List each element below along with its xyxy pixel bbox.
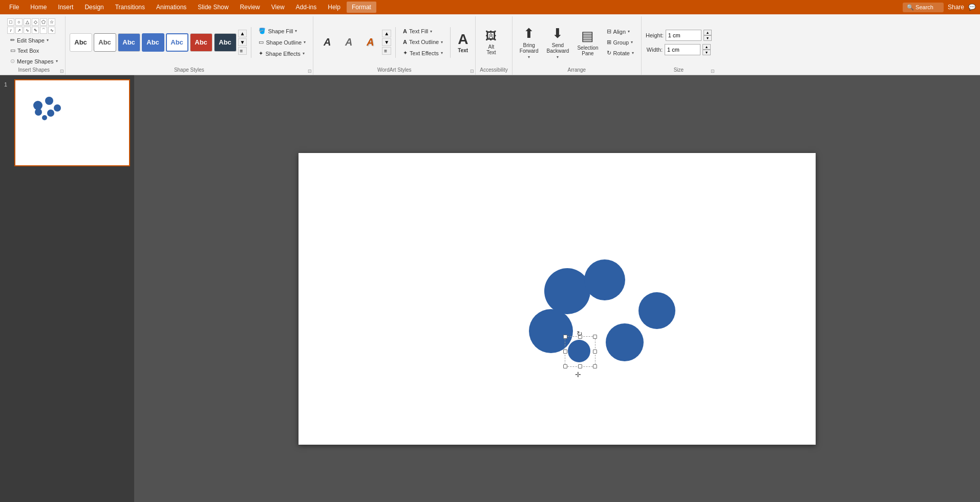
text-fill-button[interactable]: A Text Fill ▾ (400, 27, 446, 36)
size-expand[interactable]: ⊡ (711, 69, 715, 74)
shape-tool-1[interactable]: □ (7, 18, 14, 26)
handle-bl[interactable] (563, 364, 567, 368)
shape-tool-9[interactable]: ∿ (24, 27, 31, 34)
bring-forward-button[interactable]: ⬆ BringForward ▾ (517, 24, 542, 61)
group-button[interactable]: ⊞ Group ▾ (604, 37, 637, 47)
handle-tr[interactable] (593, 335, 597, 339)
shape-tool-3[interactable]: △ (24, 18, 31, 26)
shape-tool-5[interactable]: ⬠ (40, 18, 47, 26)
wordart-expand[interactable]: ⊡ (470, 69, 474, 74)
shape-style-6[interactable]: Abc (190, 33, 212, 52)
align-button[interactable]: ⊟ Align ▾ (604, 27, 637, 36)
menu-home[interactable]: Home (25, 2, 52, 13)
shape-fill-button[interactable]: 🪣 Shape Fill ▾ (255, 26, 309, 36)
menu-view[interactable]: View (266, 2, 290, 13)
menu-file[interactable]: File (4, 2, 24, 13)
menu-format[interactable]: Format (347, 2, 376, 13)
shape-outline-button[interactable]: ▭ Shape Outline ▾ (255, 37, 309, 47)
shape-style-1[interactable]: Abc (70, 33, 92, 52)
menu-animations[interactable]: Animations (151, 2, 191, 13)
shape-styles-more[interactable]: ≡ (238, 47, 247, 55)
shape-styles-label: Shape Styles (70, 66, 309, 74)
text-effects-button[interactable]: ✦ Text Effects ▾ (400, 48, 446, 58)
height-down[interactable]: ▼ (704, 35, 712, 41)
thumb-circle-6 (42, 115, 47, 120)
text-large-btn: A Text (455, 30, 471, 54)
shape-outline-dropdown-icon: ▾ (304, 40, 306, 45)
selection-pane-button[interactable]: ▤ SelectionPane (574, 27, 601, 58)
send-backward-button[interactable]: ⬇ SendBackward ▾ (544, 24, 572, 61)
alt-text-button[interactable]: 🖼 AltText (480, 28, 502, 57)
text-fill-icon: A (403, 28, 407, 34)
text-outline-icon: A (403, 39, 407, 45)
merge-shapes-button[interactable]: ⊙ Merge Shapes ▾ (7, 56, 61, 66)
text-outline-button[interactable]: A Text Outline ▾ (400, 37, 446, 47)
shape-styles-up[interactable]: ▲ (238, 30, 247, 37)
thumb-circle-5 (47, 110, 54, 117)
text-box-button[interactable]: ▭ Text Box (7, 46, 52, 55)
menu-help[interactable]: Help (323, 2, 346, 13)
shape-styles-down[interactable]: ▼ (238, 38, 247, 46)
height-up[interactable]: ▲ (704, 30, 712, 35)
height-input[interactable] (666, 30, 701, 41)
menu-insert[interactable]: Insert (53, 2, 78, 13)
shape-tool-8[interactable]: ↗ (15, 27, 23, 34)
wordart-nav: ▲ ▼ ≡ (382, 30, 391, 55)
wordart-a1[interactable]: A (317, 33, 337, 52)
wordart-a2[interactable]: A (339, 33, 358, 52)
wordart-more[interactable]: ≡ (382, 47, 391, 55)
slide-circle-4[interactable] (529, 309, 573, 353)
slide-circle-5[interactable] (606, 323, 644, 361)
shape-tool-11[interactable]: ⌒ (40, 27, 47, 34)
menu-slideshow[interactable]: Slide Show (193, 2, 233, 13)
shape-tool-2[interactable]: ○ (15, 18, 23, 26)
comments-icon[interactable]: 💬 (968, 4, 976, 11)
rotate-button[interactable]: ↻ Rotate ▾ (604, 48, 637, 58)
shape-tool-4[interactable]: ◇ (32, 18, 39, 26)
shape-tool-12[interactable]: ∿ (48, 27, 55, 34)
rotate-handle[interactable]: ↻ (577, 330, 583, 338)
text-style-group: A Text Fill ▾ A Text Outline ▾ ✦ Text Ef… (400, 27, 446, 58)
handle-ml[interactable] (563, 350, 567, 354)
shape-styles-nav: ▲ ▼ ≡ (238, 30, 247, 55)
slide-circle-3[interactable] (638, 292, 675, 329)
slide-canvas[interactable]: ↻ ✛ (299, 153, 816, 445)
slide-circle-1[interactable] (544, 268, 590, 314)
shape-styles-expand[interactable]: ⊡ (308, 69, 312, 74)
shape-style-7[interactable]: Abc (214, 33, 237, 52)
wordart-down[interactable]: ▼ (382, 38, 391, 46)
shape-tool-6[interactable]: ☆ (48, 18, 55, 26)
move-handle[interactable]: ✛ (575, 370, 581, 379)
menu-transitions[interactable]: Transitions (110, 2, 150, 13)
shape-tool-10[interactable]: ✎ (32, 27, 39, 34)
share-button[interactable]: Share (948, 4, 964, 11)
main-layout: 1 (0, 75, 980, 502)
slide-circle-2[interactable] (584, 259, 625, 300)
search-box[interactable]: 🔍 Search (903, 3, 944, 12)
handle-bm[interactable] (578, 364, 582, 368)
shape-style-3[interactable]: Abc (118, 33, 140, 52)
selection-pane-icon: ▤ (581, 28, 594, 44)
menu-review[interactable]: Review (235, 2, 265, 13)
shape-effects-button[interactable]: ✦ Shape Effects ▾ (255, 49, 309, 58)
shape-tool-7[interactable]: / (7, 27, 14, 34)
shape-style-4[interactable]: Abc (142, 33, 164, 52)
insert-shapes-expand[interactable]: ⊡ (60, 69, 64, 74)
handle-mr[interactable] (593, 350, 597, 354)
edit-shape-dropdown-icon: ▾ (47, 38, 49, 42)
shape-style-2[interactable]: Abc (94, 33, 116, 52)
width-input[interactable] (665, 44, 700, 55)
handle-br[interactable] (593, 364, 597, 368)
menubar: File Home Insert Design Transitions Anim… (0, 0, 980, 14)
slide-circle-6-selected[interactable] (568, 340, 590, 362)
menu-addins[interactable]: Add-ins (291, 2, 322, 13)
width-up[interactable]: ▲ (702, 44, 711, 50)
wordart-up[interactable]: ▲ (382, 30, 391, 37)
slide-thumbnail[interactable] (14, 79, 130, 166)
send-backward-icon: ⬇ (552, 26, 563, 41)
menu-design[interactable]: Design (79, 2, 109, 13)
edit-shape-button[interactable]: ✏ Edit Shape ▾ (7, 35, 52, 45)
wordart-a3[interactable]: A (360, 33, 380, 52)
width-down[interactable]: ▼ (702, 50, 711, 55)
shape-style-5[interactable]: Abc (166, 33, 188, 52)
